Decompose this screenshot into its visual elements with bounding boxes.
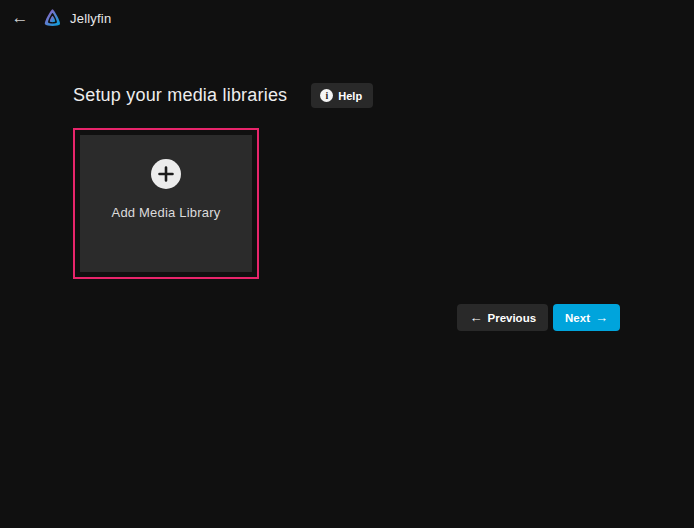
help-button-label: Help bbox=[338, 90, 362, 102]
previous-button-label: Previous bbox=[487, 312, 536, 324]
wizard-page: Setup your media libraries i Help Add Me… bbox=[0, 36, 694, 331]
wizard-nav: ← Previous Next → bbox=[73, 304, 620, 331]
next-button-label: Next bbox=[565, 312, 590, 324]
left-arrow-icon: ← bbox=[469, 311, 482, 324]
heading-row: Setup your media libraries i Help bbox=[73, 83, 620, 108]
previous-button[interactable]: ← Previous bbox=[457, 304, 548, 331]
jellyfin-logo-icon bbox=[42, 8, 63, 29]
add-media-library-label: Add Media Library bbox=[112, 205, 221, 220]
plus-icon bbox=[151, 159, 181, 189]
add-media-library-card[interactable]: Add Media Library bbox=[80, 135, 252, 272]
help-button[interactable]: i Help bbox=[311, 83, 373, 108]
right-arrow-icon: → bbox=[595, 311, 608, 324]
back-arrow-icon: ← bbox=[12, 8, 29, 28]
next-button[interactable]: Next → bbox=[553, 304, 620, 331]
info-icon: i bbox=[320, 89, 333, 102]
top-app-bar: ← Jellyfin bbox=[0, 0, 694, 36]
back-button[interactable]: ← bbox=[6, 4, 34, 32]
app-name: Jellyfin bbox=[70, 11, 111, 26]
page-title: Setup your media libraries bbox=[73, 85, 287, 106]
focus-highlight-outline: Add Media Library bbox=[73, 128, 259, 279]
